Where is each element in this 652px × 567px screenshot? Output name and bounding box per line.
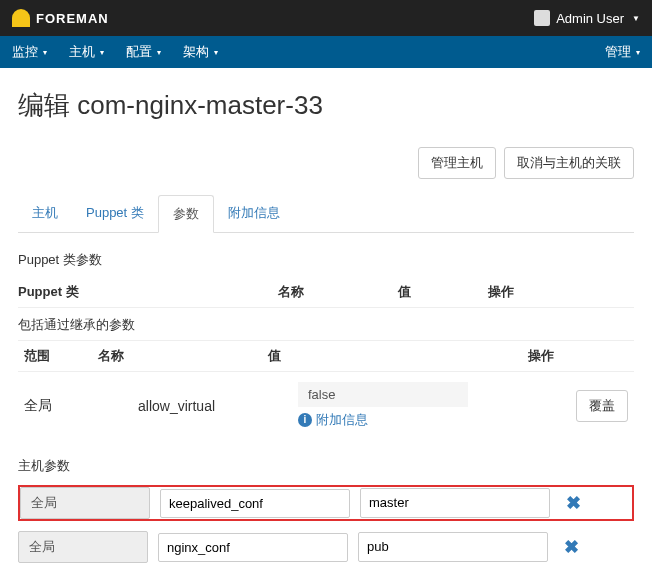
user-icon bbox=[534, 10, 550, 26]
row-action-cell: 覆盖 bbox=[528, 390, 628, 422]
remove-param-icon[interactable]: ✖ bbox=[558, 536, 585, 558]
page-title: 编辑 com-nginx-master-33 bbox=[18, 88, 634, 123]
menubar-right: 管理▾ bbox=[605, 43, 640, 61]
tab-host[interactable]: 主机 bbox=[18, 195, 72, 232]
caret-down-icon: ▾ bbox=[214, 48, 218, 57]
manage-host-button[interactable]: 管理主机 bbox=[418, 147, 496, 179]
row-name: allow_virtual bbox=[138, 398, 298, 414]
user-name: Admin User bbox=[556, 11, 624, 26]
info-icon: i bbox=[298, 413, 312, 427]
col-value: 值 bbox=[398, 283, 488, 301]
host-param-row: 全局 ✖ bbox=[18, 485, 634, 521]
brand-name: FOREMAN bbox=[36, 11, 109, 26]
tabs: 主机 Puppet 类 参数 附加信息 bbox=[18, 195, 634, 233]
logo-icon bbox=[12, 9, 30, 27]
row-scope: 全局 bbox=[18, 397, 138, 415]
content: 编辑 com-nginx-master-33 管理主机 取消与主机的关联 主机 … bbox=[0, 68, 652, 567]
menu-monitor[interactable]: 监控▾ bbox=[12, 43, 47, 61]
remove-param-icon[interactable]: ✖ bbox=[560, 492, 587, 514]
tab-puppet-class[interactable]: Puppet 类 bbox=[72, 195, 158, 232]
row-value-cell: false i 附加信息 bbox=[298, 382, 528, 429]
menu-hosts[interactable]: 主机▾ bbox=[69, 43, 104, 61]
caret-down-icon: ▾ bbox=[636, 48, 640, 57]
caret-down-icon: ▼ bbox=[632, 14, 640, 23]
host-param-row: 全局 ✖ bbox=[18, 531, 634, 563]
caret-down-icon: ▾ bbox=[43, 48, 47, 57]
col-name: 名称 bbox=[278, 283, 398, 301]
row-value: false bbox=[298, 382, 468, 407]
additional-info-link[interactable]: i 附加信息 bbox=[298, 411, 528, 429]
param-value-input[interactable] bbox=[360, 488, 550, 518]
col-class: Puppet 类 bbox=[18, 283, 278, 301]
puppet-params-header: Puppet 类 名称 值 操作 bbox=[18, 277, 634, 308]
tab-additional[interactable]: 附加信息 bbox=[214, 195, 294, 232]
inherited-header: 范围 名称 值 操作 bbox=[18, 341, 634, 372]
caret-down-icon: ▾ bbox=[157, 48, 161, 57]
param-name-input[interactable] bbox=[158, 533, 348, 562]
col-action2: 操作 bbox=[528, 347, 554, 365]
unassociate-button[interactable]: 取消与主机的关联 bbox=[504, 147, 634, 179]
topbar: FOREMAN Admin User ▼ bbox=[0, 0, 652, 36]
host-params-title: 主机参数 bbox=[18, 457, 634, 475]
menubar: 监控▾ 主机▾ 配置▾ 架构▾ 管理▾ bbox=[0, 36, 652, 68]
col-action: 操作 bbox=[488, 283, 514, 301]
topbar-left: FOREMAN bbox=[12, 9, 109, 27]
col-value2: 值 bbox=[268, 347, 528, 365]
menubar-left: 监控▾ 主机▾ 配置▾ 架构▾ bbox=[12, 43, 218, 61]
action-row: 管理主机 取消与主机的关联 bbox=[18, 147, 634, 179]
inherited-row: 全局 allow_virtual false i 附加信息 覆盖 bbox=[18, 372, 634, 439]
menu-arch[interactable]: 架构▾ bbox=[183, 43, 218, 61]
param-value-input[interactable] bbox=[358, 532, 548, 562]
menu-config[interactable]: 配置▾ bbox=[126, 43, 161, 61]
user-menu[interactable]: Admin User ▼ bbox=[534, 10, 640, 26]
col-scope: 范围 bbox=[18, 347, 98, 365]
caret-down-icon: ▾ bbox=[100, 48, 104, 57]
param-scope: 全局 bbox=[18, 531, 148, 563]
tab-parameters[interactable]: 参数 bbox=[158, 195, 214, 233]
override-button[interactable]: 覆盖 bbox=[576, 390, 628, 422]
inherited-title: 包括通过继承的参数 bbox=[18, 308, 634, 341]
menu-admin[interactable]: 管理▾ bbox=[605, 43, 640, 61]
puppet-params-title: Puppet 类参数 bbox=[18, 251, 634, 269]
param-name-input[interactable] bbox=[160, 489, 350, 518]
col-name2: 名称 bbox=[98, 347, 268, 365]
param-scope: 全局 bbox=[20, 487, 150, 519]
